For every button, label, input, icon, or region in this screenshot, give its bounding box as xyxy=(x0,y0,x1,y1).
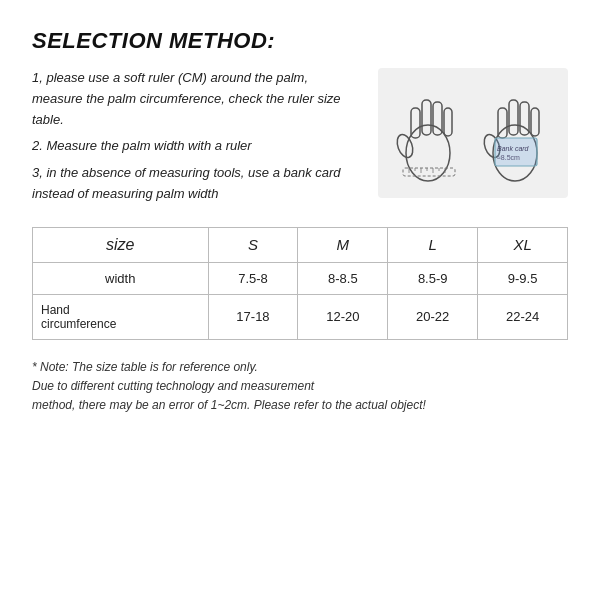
table-header-row: size S M L XL xyxy=(33,227,568,262)
col-xl: XL xyxy=(478,227,568,262)
table-row-width: width 7.5-8 8-8.5 8.5-9 9-9.5 xyxy=(33,262,568,294)
svg-rect-4 xyxy=(444,108,452,136)
row-width-m: 8-8.5 xyxy=(298,262,388,294)
row-width-s: 7.5-8 xyxy=(208,262,298,294)
row-circ-m: 12-20 xyxy=(298,294,388,339)
page-container: SELECTION METHOD: 1, please use a soft r… xyxy=(0,0,600,600)
page-title: SELECTION METHOD: xyxy=(32,28,568,54)
illustration-box: Bank card ≈8.5cm xyxy=(378,68,568,198)
col-m: M xyxy=(298,227,388,262)
col-s: S xyxy=(208,227,298,262)
col-size: size xyxy=(33,227,209,262)
svg-rect-18 xyxy=(531,108,539,136)
table-row-circumference: Handcircumference 17-18 12-20 20-22 22-2… xyxy=(33,294,568,339)
col-l: L xyxy=(388,227,478,262)
row-circ-xl: 22-24 xyxy=(478,294,568,339)
instruction-1: 1, please use a soft ruler (CM) around t… xyxy=(32,68,362,130)
row-width-l: 8.5-9 xyxy=(388,262,478,294)
svg-text:Bank card: Bank card xyxy=(497,145,530,152)
svg-rect-2 xyxy=(422,100,431,135)
svg-text:≈8.5cm: ≈8.5cm xyxy=(497,154,520,161)
svg-rect-16 xyxy=(509,100,518,135)
row-circ-l: 20-22 xyxy=(388,294,478,339)
svg-rect-20 xyxy=(495,138,537,166)
size-table: size S M L XL width 7.5-8 8-8.5 8.5-9 9-… xyxy=(32,227,568,340)
row-width-xl: 9-9.5 xyxy=(478,262,568,294)
content-row: 1, please use a soft ruler (CM) around t… xyxy=(32,68,568,211)
instruction-2: 2. Measure the palm width with a ruler xyxy=(32,136,362,157)
instruction-3: 3, in the absence of measuring tools, us… xyxy=(32,163,362,205)
instructions-block: 1, please use a soft ruler (CM) around t… xyxy=(32,68,362,211)
row-circ-label: Handcircumference xyxy=(33,294,209,339)
note-text: * Note: The size table is for reference … xyxy=(32,358,568,416)
row-width-label: width xyxy=(33,262,209,294)
row-circ-s: 17-18 xyxy=(208,294,298,339)
glove-illustration: Bank card ≈8.5cm xyxy=(383,73,563,193)
